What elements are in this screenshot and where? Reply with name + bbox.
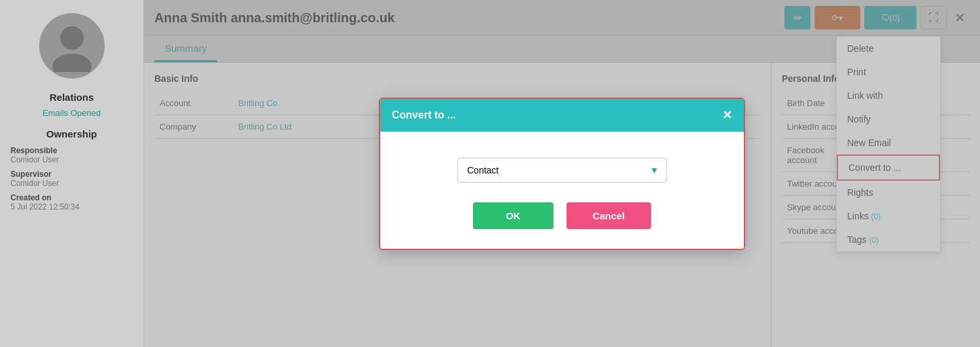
ok-button[interactable]: OK [473, 202, 553, 229]
supervisor-label: Supervisor [10, 170, 133, 179]
ownership-supervisor: Supervisor Comidor User [10, 170, 133, 188]
modal-close-button[interactable]: ✕ [722, 108, 732, 122]
modal-overlay: Convert to ... ✕ Contact Lead Opportunit… [144, 0, 980, 347]
responsible-label: Responsible [10, 146, 133, 155]
responsible-value: Comidor User [10, 155, 133, 164]
convert-to-select[interactable]: Contact Lead Opportunity [457, 158, 667, 183]
created-on-value: 5 Jul 2022 12:50:34 [10, 202, 133, 211]
convert-to-select-wrapper: Contact Lead Opportunity ▼ [457, 158, 667, 183]
ownership-section: Responsible Comidor User Supervisor Comi… [0, 146, 143, 217]
ownership-title: Ownership [46, 128, 97, 139]
avatar [39, 13, 105, 79]
modal-title: Convert to ... [392, 109, 456, 121]
convert-to-modal: Convert to ... ✕ Contact Lead Opportunit… [379, 98, 745, 250]
modal-header: Convert to ... ✕ [380, 99, 744, 132]
created-on-label: Created on [10, 193, 133, 202]
sidebar: Relations Emails Opened Ownership Respon… [0, 0, 144, 347]
svg-point-1 [52, 54, 92, 72]
cancel-button[interactable]: Cancel [567, 202, 651, 229]
supervisor-value: Comidor User [10, 179, 133, 188]
modal-buttons: OK Cancel [473, 202, 651, 229]
ownership-created-on: Created on 5 Jul 2022 12:50:34 [10, 193, 133, 211]
main-content: Anna Smith anna.smith@britling.co.uk ✏ ⟳… [144, 0, 980, 347]
relations-title: Relations [50, 92, 94, 103]
ownership-responsible: Responsible Comidor User [10, 146, 133, 164]
emails-opened-link[interactable]: Emails Opened [43, 108, 101, 118]
svg-point-0 [60, 26, 84, 50]
modal-body: Contact Lead Opportunity ▼ OK Cancel [380, 132, 744, 249]
